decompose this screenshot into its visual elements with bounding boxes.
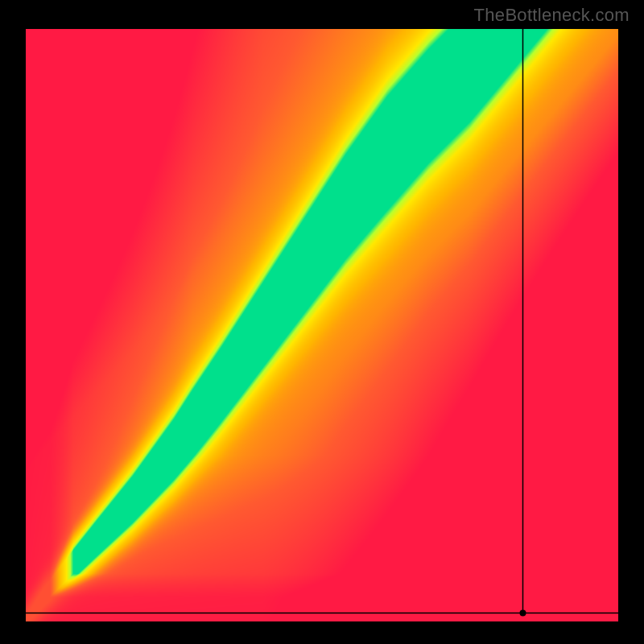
chart-container: TheBottleneck.com [0,0,644,644]
watermark-text: TheBottleneck.com [474,5,630,26]
bottleneck-heatmap [26,29,618,621]
